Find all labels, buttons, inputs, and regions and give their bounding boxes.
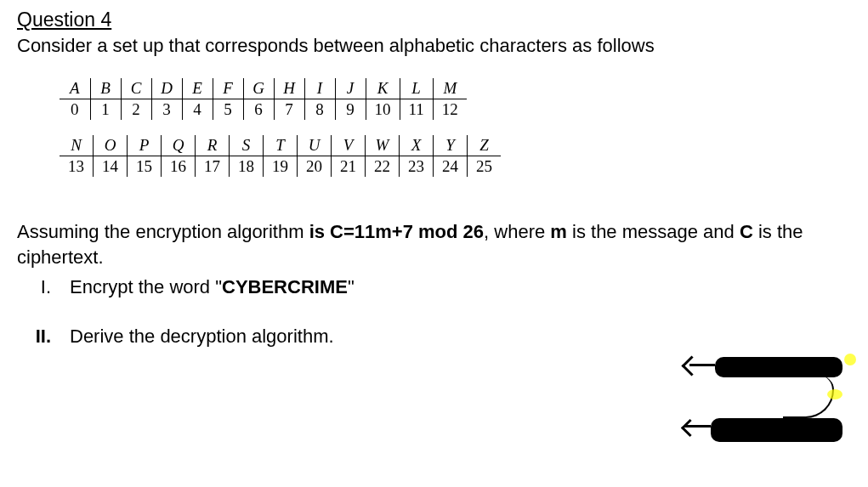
part-1-post: ": [348, 276, 355, 297]
cell-letter: J: [335, 78, 366, 99]
cell-letter: N: [60, 135, 94, 156]
assumption-post1: is the message and: [567, 221, 740, 242]
cell-letter: D: [151, 78, 182, 99]
cell-number: 17: [196, 156, 230, 178]
cell-number: 21: [332, 156, 366, 178]
intro-text: Consider a set up that corresponds betwe…: [17, 35, 851, 57]
cell-number: 2: [121, 99, 151, 121]
formula: is C=11m+7 mod 26: [309, 221, 484, 242]
cell-number: 5: [213, 99, 243, 121]
cell-number: 14: [94, 156, 128, 178]
cell-letter: O: [94, 135, 128, 156]
redaction-scribble-icon: [711, 418, 842, 442]
highlight-mark-icon: [844, 354, 856, 365]
assumption-pre: Assuming the encryption algorithm: [17, 221, 309, 242]
cell-number: 10: [366, 99, 400, 121]
cell-number: 8: [304, 99, 335, 121]
cell-letter: K: [366, 78, 400, 99]
cell-letter: A: [60, 78, 90, 99]
cell-letter: I: [304, 78, 335, 99]
cell-number: 1: [90, 99, 121, 121]
cell-number: 23: [400, 156, 434, 178]
cell-letter: S: [230, 135, 264, 156]
cell-number: 22: [366, 156, 400, 178]
question-title: Question 4: [17, 8, 851, 31]
cell-letter: R: [196, 135, 230, 156]
cell-number: 0: [60, 99, 90, 121]
alphabet-table-2: N O P Q R S T U V W X Y Z 13 14 15 16 17…: [60, 135, 501, 177]
part-1-word: CYBERCRIME: [222, 276, 348, 297]
cell-number: 3: [151, 99, 182, 121]
cell-letter: H: [274, 78, 304, 99]
cell-letter: G: [243, 78, 274, 99]
cell-letter: C: [121, 78, 151, 99]
cell-number: 16: [162, 156, 196, 178]
part-1-text: Encrypt the word "CYBERCRIME": [70, 275, 355, 300]
cell-letter: Y: [434, 135, 468, 156]
part-1: I. Encrypt the word "CYBERCRIME": [17, 275, 851, 300]
cell-letter: P: [128, 135, 162, 156]
cell-number: 24: [434, 156, 468, 178]
cell-number: 20: [298, 156, 332, 178]
cell-number: 18: [230, 156, 264, 178]
c-var: C: [740, 221, 753, 242]
assumption-mid: , where: [484, 221, 550, 242]
part-1-numeral: I.: [17, 275, 51, 300]
connector-line-icon: [783, 376, 834, 418]
part-1-pre: Encrypt the word ": [70, 276, 222, 297]
alphabet-tables: A B C D E F G H I J K L M 0 1 2 3 4 5 6 …: [60, 78, 851, 177]
cell-letter: V: [332, 135, 366, 156]
cell-letter: W: [366, 135, 400, 156]
parts-list: I. Encrypt the word "CYBERCRIME" II. Der…: [17, 275, 851, 348]
cell-number: 19: [264, 156, 298, 178]
cell-letter: U: [298, 135, 332, 156]
handwritten-scribbles: [698, 357, 851, 467]
part-2: II. Derive the decryption algorithm.: [17, 324, 851, 349]
cell-number: 12: [433, 99, 467, 121]
cell-letter: B: [90, 78, 121, 99]
m-var: m: [550, 221, 567, 242]
cell-letter: F: [213, 78, 243, 99]
cell-letter: Q: [162, 135, 196, 156]
cell-number: 4: [182, 99, 213, 121]
alphabet-table-1: A B C D E F G H I J K L M 0 1 2 3 4 5 6 …: [60, 78, 467, 120]
part-2-numeral: II.: [17, 324, 51, 349]
redaction-scribble-icon: [715, 357, 842, 377]
cell-number: 6: [243, 99, 274, 121]
cell-letter: E: [182, 78, 213, 99]
cell-letter: M: [433, 78, 467, 99]
cell-number: 7: [274, 99, 304, 121]
cell-number: 25: [468, 156, 502, 178]
part-2-text: Derive the decryption algorithm.: [70, 324, 334, 349]
cell-letter: T: [264, 135, 298, 156]
highlight-mark-icon: [827, 389, 842, 399]
cell-number: 15: [128, 156, 162, 178]
cell-number: 11: [400, 99, 433, 121]
cell-number: 13: [60, 156, 94, 178]
cell-letter: X: [400, 135, 434, 156]
cell-letter: L: [400, 78, 433, 99]
cell-letter: Z: [468, 135, 502, 156]
assumption-text: Assuming the encryption algorithm is C=1…: [17, 219, 851, 269]
cell-number: 9: [335, 99, 366, 121]
